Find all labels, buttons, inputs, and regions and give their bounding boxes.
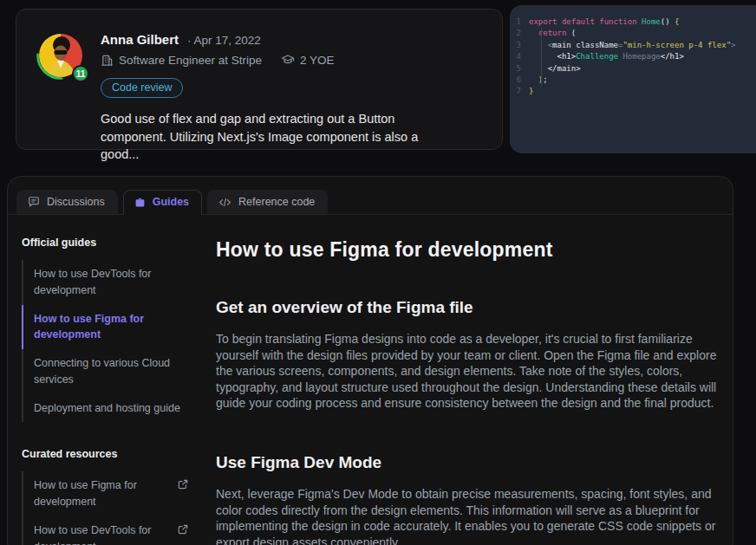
guide-panel: Discussions Guides Reference code — [7, 176, 733, 545]
indent-guide — [541, 28, 542, 86]
author-name: Anna Gilbert — [101, 32, 179, 47]
tab-reference-code[interactable]: Reference code — [207, 190, 328, 214]
code-line: 5 </main> — [510, 63, 756, 75]
building-icon — [101, 54, 114, 67]
tab-guides[interactable]: Guides — [123, 190, 202, 215]
section-paragraph: To begin translating Figma designs into … — [216, 331, 724, 412]
sidebar-item[interactable]: How to use DevTools for development — [22, 516, 188, 545]
sidebar-section-heading: Curated resources — [22, 448, 188, 460]
external-link-icon — [178, 479, 188, 490]
tab-label: Guides — [153, 196, 189, 208]
sidebar-item[interactable]: How to use DevTools for development — [22, 260, 188, 305]
sidebar: Official guides How to use DevTools for … — [22, 215, 188, 545]
line-number: 1 — [510, 16, 529, 28]
sidebar-item-label: How to use DevTools for development — [34, 522, 171, 545]
code-line: 2 return ( — [510, 28, 756, 39]
briefcase-icon — [134, 197, 146, 208]
sidebar-item[interactable]: How to use Figma for development — [22, 471, 188, 516]
external-link-icon — [178, 524, 188, 535]
sidebar-item-label: Deployment and hosting guide — [34, 400, 180, 417]
avatar: 11 — [36, 30, 86, 81]
line-number: 6 — [510, 75, 529, 86]
code-line: 3 <main className="min-h-screen p-4 flex… — [510, 40, 756, 51]
line-number: 5 — [510, 63, 529, 75]
line-number: 4 — [510, 51, 529, 62]
section-paragraph: Next, leverage Figma's Dev Mode to obtai… — [216, 486, 724, 545]
code-editor: 1export default function Home() {2 retur… — [510, 5, 756, 153]
sidebar-item[interactable]: Connecting to various Cloud services — [22, 349, 188, 394]
sidebar-section: Official guides How to use DevTools for … — [22, 237, 188, 422]
sidebar-item[interactable]: Deployment and hosting guide — [22, 394, 188, 423]
code-line: 7} — [510, 86, 756, 97]
line-number: 7 — [510, 86, 529, 97]
section-heading: Use Figma Dev Mode — [216, 453, 724, 472]
sidebar-list: How to use Figma for development How to … — [22, 471, 188, 545]
level-badge: 11 — [72, 65, 89, 82]
article: How to use Figma for development Get an … — [188, 215, 733, 545]
code-line: 6 ); — [510, 75, 756, 86]
sidebar-item-label: How to use Figma for development — [34, 477, 171, 510]
sidebar-item-label: How to use Figma for development — [34, 311, 188, 344]
post-date: · Apr 17, 2022 — [187, 34, 261, 47]
sidebar-section-heading: Official guides — [22, 237, 188, 249]
code-icon — [218, 197, 231, 208]
sidebar-item[interactable]: How to use Figma for development — [22, 305, 188, 350]
line-number: 2 — [510, 28, 529, 39]
author-experience: 2 YOE — [300, 54, 335, 67]
code-review-tag[interactable]: Code review — [101, 78, 183, 98]
sidebar-list: How to use DevTools for development How … — [22, 260, 188, 422]
chat-icon — [28, 196, 40, 208]
tab-label: Reference code — [238, 196, 315, 208]
code-line: 4 <h1>Challenge Homepage</h1> — [510, 51, 756, 62]
tab-bar: Discussions Guides Reference code — [8, 177, 733, 215]
sidebar-item-label: Connecting to various Cloud services — [34, 355, 188, 388]
article-title: How to use Figma for development — [216, 238, 724, 262]
review-card: 11 Anna Gilbert · Apr 17, 2022 Software … — [16, 9, 503, 150]
sidebar-item-label: How to use DevTools for development — [34, 266, 188, 299]
sidebar-section: Curated resources How to use Figma for d… — [22, 448, 188, 545]
author-role: Software Engineer at Stripe — [119, 54, 262, 67]
graduation-cap-icon — [281, 53, 295, 67]
section-heading: Get an overview of the Figma file — [216, 298, 724, 317]
code-line: 1export default function Home() { — [510, 16, 756, 28]
code-lines: 1export default function Home() {2 retur… — [510, 16, 756, 98]
review-comment: Good use of flex and gap and extracting … — [101, 110, 458, 164]
line-number: 3 — [510, 40, 529, 51]
tab-label: Discussions — [47, 196, 105, 208]
tab-discussions[interactable]: Discussions — [16, 190, 118, 214]
